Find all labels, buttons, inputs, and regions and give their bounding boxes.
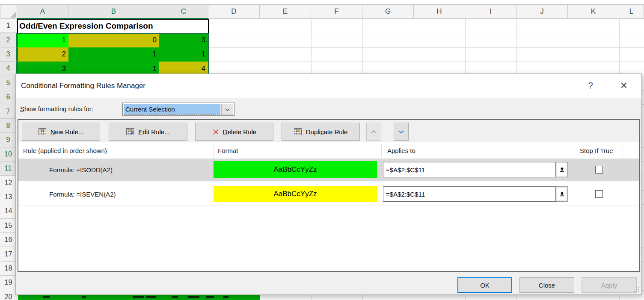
rules-toolbar: New Rule... Edit Rule... Delete Rule Dup… bbox=[18, 120, 639, 142]
rule-description: Formula: =ISEVEN(A2) bbox=[49, 183, 116, 205]
column-header-applies-to: Applies to bbox=[387, 147, 415, 154]
row-header-15[interactable]: 15 bbox=[0, 219, 17, 233]
button-label: Edit Rule... bbox=[138, 128, 169, 135]
column-header-rule: Rule (applied in order shown) bbox=[23, 147, 107, 154]
clipped-text-fragment bbox=[82, 296, 86, 298]
row-header-9[interactable]: 9 bbox=[0, 133, 17, 147]
button-label: Duplicate Rule bbox=[306, 128, 348, 135]
close-button[interactable]: Close bbox=[519, 277, 574, 293]
column-header-A[interactable]: A bbox=[17, 4, 68, 19]
show-formatting-rules-label: Show formatting rules for: bbox=[20, 105, 93, 112]
dropdown-chevron-button[interactable] bbox=[221, 104, 233, 115]
row-header-6[interactable]: 6 bbox=[0, 90, 17, 104]
row-separator bbox=[18, 206, 639, 206]
delete-rule-button[interactable]: Delete Rule bbox=[195, 123, 273, 141]
conditional-formatting-rules-manager-dialog: Conditional Formatting Rules Manager ? ×… bbox=[15, 74, 642, 295]
row-header-11[interactable]: 11 bbox=[0, 162, 17, 176]
table-grid-icon bbox=[39, 128, 47, 135]
collapse-dialog-icon bbox=[559, 191, 565, 197]
rule-row[interactable]: Formula: =ISODD(A2)AaBbCcYyZz bbox=[18, 159, 639, 181]
header-separator bbox=[381, 144, 382, 158]
stop-if-true-checkbox[interactable] bbox=[595, 166, 603, 174]
ok-button[interactable]: OK bbox=[457, 277, 512, 293]
clipped-text-fragment bbox=[223, 296, 229, 298]
column-header-C[interactable]: C bbox=[159, 4, 208, 19]
row-header-2[interactable]: 2 bbox=[0, 33, 17, 47]
column-header-B[interactable]: B bbox=[68, 4, 159, 19]
rule-description: Formula: =ISODD(A2) bbox=[49, 159, 113, 181]
collapse-dialog-button[interactable] bbox=[556, 162, 568, 177]
collapse-dialog-icon bbox=[559, 167, 565, 173]
apply-button[interactable]: Apply bbox=[582, 277, 637, 293]
column-header-format: Format bbox=[218, 147, 238, 154]
rule-row[interactable]: Formula: =ISEVEN(A2)AaBbCcYyZz bbox=[18, 183, 639, 205]
row-header-8[interactable]: 8 bbox=[0, 119, 17, 133]
excel-window: Odd/Even Expression Comparison ABCDEFGHI… bbox=[0, 0, 644, 300]
row-header-18[interactable]: 18 bbox=[0, 262, 17, 276]
row-header-5[interactable]: 5 bbox=[0, 76, 17, 90]
row-header-16[interactable]: 16 bbox=[0, 233, 17, 247]
row-header-20[interactable]: 20 bbox=[0, 290, 17, 300]
dropdown-selected-value: Current Selection bbox=[124, 104, 220, 115]
rules-panel: New Rule... Edit Rule... Delete Rule Dup… bbox=[18, 119, 640, 272]
table-grid-pencil-icon bbox=[126, 128, 135, 135]
help-button[interactable]: ? bbox=[583, 78, 598, 93]
clipped-text-fragment bbox=[43, 296, 50, 298]
header-separator bbox=[213, 144, 214, 158]
move-rule-up-button[interactable] bbox=[366, 123, 381, 141]
row-header-12[interactable]: 12 bbox=[0, 176, 17, 190]
clipped-text-fragment bbox=[188, 296, 199, 298]
duplicate-rule-button[interactable]: Duplicate Rule bbox=[282, 123, 360, 141]
red-x-icon bbox=[212, 128, 220, 135]
show-rules-dropdown[interactable]: Current Selection bbox=[122, 103, 234, 116]
row-header-3[interactable]: 3 bbox=[0, 47, 17, 62]
table-outline-border bbox=[17, 19, 209, 33]
move-rule-down-button[interactable] bbox=[394, 123, 409, 141]
clipped-text-fragment bbox=[146, 296, 156, 298]
header-separator bbox=[623, 144, 623, 158]
header-separator bbox=[574, 144, 574, 158]
chevron-down-icon bbox=[398, 130, 404, 134]
format-preview-swatch: AaBbCcYyZz bbox=[214, 161, 377, 178]
column-header-E[interactable]: E bbox=[260, 4, 311, 19]
dialog-title: Conditional Formatting Rules Manager bbox=[21, 82, 145, 90]
table-grid-icon bbox=[294, 128, 303, 135]
clipped-text-fragment bbox=[206, 296, 214, 298]
clipped-text-fragment bbox=[133, 296, 144, 298]
column-header-I[interactable]: I bbox=[465, 4, 516, 19]
chevron-down-icon bbox=[225, 106, 230, 113]
new-rule-button[interactable]: New Rule... bbox=[22, 123, 100, 141]
column-header-G[interactable]: G bbox=[362, 4, 414, 19]
row-header-17[interactable]: 17 bbox=[0, 247, 17, 261]
applies-to-input[interactable] bbox=[383, 162, 556, 177]
column-header-stop-if-true: Stop If True bbox=[580, 147, 613, 154]
column-header-F[interactable]: F bbox=[311, 4, 362, 19]
button-label: Delete Rule bbox=[223, 128, 256, 135]
resize-grip-icon[interactable] bbox=[634, 286, 639, 294]
button-label: New Rule... bbox=[50, 128, 84, 135]
select-all-corner[interactable] bbox=[0, 4, 17, 19]
column-header-H[interactable]: H bbox=[414, 4, 465, 19]
row-header-19[interactable]: 19 bbox=[0, 276, 17, 290]
edit-rule-button[interactable]: Edit Rule... bbox=[109, 123, 187, 141]
column-header-K[interactable]: K bbox=[568, 4, 619, 19]
row-header-7[interactable]: 7 bbox=[0, 104, 17, 118]
row-header-13[interactable]: 13 bbox=[0, 190, 17, 204]
close-icon[interactable]: × bbox=[617, 78, 631, 93]
column-header-D[interactable]: D bbox=[208, 4, 260, 19]
row-header-14[interactable]: 14 bbox=[0, 204, 17, 218]
row-header-10[interactable]: 10 bbox=[0, 147, 17, 162]
stop-if-true-checkbox[interactable] bbox=[595, 190, 603, 198]
dialog-titlebar[interactable]: Conditional Formatting Rules Manager ? × bbox=[16, 74, 641, 98]
column-header-L[interactable]: L bbox=[619, 4, 644, 19]
row-header-4[interactable]: 4 bbox=[0, 62, 17, 76]
column-header-J[interactable]: J bbox=[516, 4, 568, 19]
chevron-up-icon bbox=[371, 130, 377, 134]
row-header-1[interactable]: 1 bbox=[0, 19, 17, 33]
clipped-text-fragment bbox=[172, 296, 178, 298]
selection-range-border bbox=[17, 33, 209, 76]
format-preview-swatch: AaBbCcYyZz bbox=[214, 186, 377, 202]
collapse-dialog-button[interactable] bbox=[556, 186, 568, 202]
applies-to-input[interactable] bbox=[383, 186, 556, 202]
